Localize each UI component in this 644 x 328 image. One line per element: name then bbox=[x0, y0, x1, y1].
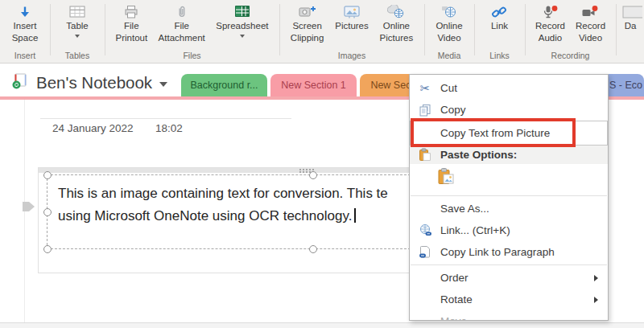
copy-link-icon bbox=[410, 245, 440, 259]
menu-item-copy-text-from-picture[interactable]: Copy Text from Picture bbox=[410, 121, 608, 146]
resize-handle-mid-left[interactable] bbox=[43, 208, 52, 216]
page-time: 18:02 bbox=[155, 122, 183, 134]
screen-clipping-icon bbox=[299, 3, 316, 20]
ribbon-separator bbox=[616, 4, 617, 55]
button-label: File bbox=[124, 21, 139, 32]
resize-handle-bottom-left[interactable] bbox=[43, 245, 52, 253]
button-label: Insert bbox=[14, 21, 37, 32]
pictures-icon bbox=[344, 3, 360, 20]
menu-item-link[interactable]: Link... (Ctrl+K) bbox=[410, 219, 608, 241]
ribbon-button-online-pictures[interactable]: Online Pictures bbox=[380, 3, 414, 43]
ribbon-group-label: Images bbox=[279, 51, 424, 60]
button-label: Da bbox=[625, 21, 637, 32]
ribbon-group-label: Insert bbox=[0, 51, 50, 60]
ribbon-button-pictures[interactable]: Pictures bbox=[335, 3, 369, 32]
ribbon-button-file-printout[interactable]: File Printout bbox=[115, 3, 147, 43]
ribbon: Insert Space Insert Table Tables File bbox=[0, 0, 644, 64]
copy-icon bbox=[410, 104, 440, 117]
menu-item-order[interactable]: Order bbox=[410, 267, 608, 289]
resize-handle-top-left[interactable] bbox=[43, 171, 52, 179]
context-menu: ✂ Cut Copy Copy Text from Picture Paste … bbox=[409, 74, 609, 321]
ribbon-button-link[interactable]: Link bbox=[491, 3, 508, 32]
menu-item-move: Move bbox=[410, 310, 608, 321]
menu-item-cut[interactable]: ✂ Cut bbox=[410, 77, 608, 99]
menu-item-label: Paste Options: bbox=[440, 149, 608, 161]
menu-header-paste-options: Paste Options: bbox=[410, 146, 608, 164]
chevron-down-icon bbox=[159, 82, 167, 87]
paste-options-row bbox=[410, 164, 608, 194]
page-title-rule bbox=[40, 118, 291, 119]
note-container-header bbox=[39, 168, 411, 173]
button-label: Space bbox=[12, 33, 39, 44]
ribbon-button-table[interactable]: Table bbox=[66, 3, 89, 38]
note-text-line: This is an image containing text for con… bbox=[58, 182, 388, 205]
menu-item-label: Move bbox=[440, 315, 608, 321]
submenu-arrow-icon bbox=[594, 297, 598, 303]
ribbon-button-partial[interactable]: Da bbox=[618, 3, 642, 32]
ribbon-separator bbox=[50, 4, 51, 55]
menu-item-copy[interactable]: Copy bbox=[410, 99, 608, 121]
note-textbox[interactable]: This is an image containing text for con… bbox=[58, 182, 388, 228]
online-video-icon bbox=[441, 3, 457, 20]
ribbon-group-partial: Da bbox=[617, 0, 644, 63]
notebook-icon bbox=[11, 72, 29, 93]
record-video-icon bbox=[581, 3, 599, 20]
paperclip-icon bbox=[175, 3, 189, 20]
section-tab-new-section-1[interactable]: New Section 1 bbox=[270, 74, 357, 96]
button-label: Record bbox=[535, 21, 565, 32]
link-icon bbox=[491, 3, 507, 20]
notebook-switcher[interactable]: Ben's Notebook bbox=[11, 71, 167, 95]
link-globe-icon bbox=[410, 223, 440, 237]
menu-item-save-as[interactable]: Save As... bbox=[410, 198, 608, 219]
button-label: Online bbox=[383, 21, 410, 32]
dropdown-caret-icon bbox=[75, 35, 80, 38]
resize-handle-top-mid[interactable] bbox=[309, 171, 317, 179]
menu-item-rotate[interactable]: Rotate bbox=[410, 289, 608, 310]
paste-picture-button[interactable] bbox=[437, 167, 455, 191]
window-bottom-edge bbox=[0, 322, 644, 328]
paste-icon bbox=[410, 148, 440, 162]
ribbon-button-record-video[interactable]: Record Video bbox=[576, 3, 605, 43]
text-cursor bbox=[354, 208, 356, 223]
menu-separator bbox=[411, 264, 607, 265]
button-label: Clipping bbox=[291, 33, 324, 44]
ribbon-button-screen-clipping[interactable]: Screen Clipping bbox=[291, 3, 324, 43]
ribbon-separator bbox=[525, 4, 526, 55]
ribbon-button-record-audio[interactable]: Record Audio bbox=[535, 3, 565, 43]
menu-item-copy-link-to-paragraph[interactable]: Copy Link to Paragraph bbox=[410, 241, 608, 263]
ribbon-separator bbox=[105, 4, 105, 55]
scissors-icon: ✂ bbox=[410, 81, 440, 96]
button-label: Video bbox=[579, 33, 602, 44]
button-label: File bbox=[174, 21, 189, 32]
ribbon-button-spreadsheet[interactable]: Spreadsheet bbox=[216, 3, 268, 38]
button-label: Video bbox=[437, 33, 460, 44]
ribbon-group-tables: Table Tables bbox=[50, 0, 105, 63]
ribbon-group-links: Link Links bbox=[474, 0, 525, 63]
paragraph-handle-icon[interactable] bbox=[22, 201, 35, 215]
ribbon-button-online-video[interactable]: Online Video bbox=[436, 3, 462, 43]
menu-item-label: Copy Text from Picture bbox=[440, 127, 608, 139]
ribbon-button-file-attachment[interactable]: File Attachment bbox=[159, 3, 205, 43]
ribbon-separator bbox=[279, 4, 280, 55]
note-text-line: using Microsoft OneNote using OCR techno… bbox=[58, 208, 352, 223]
ribbon-separator bbox=[474, 4, 475, 55]
insert-space-icon bbox=[18, 3, 32, 20]
ribbon-button-insert-space[interactable]: Insert Space bbox=[12, 3, 39, 43]
ribbon-group-label: Recording bbox=[525, 51, 616, 60]
note-container[interactable]: This is an image containing text for con… bbox=[38, 167, 411, 273]
online-pictures-icon bbox=[387, 3, 405, 20]
menu-item-label: Link... (Ctrl+K) bbox=[440, 224, 608, 236]
record-audio-icon bbox=[541, 3, 559, 20]
button-label: Printout bbox=[115, 33, 147, 44]
ribbon-group-recording: Record Audio Record Video Recording bbox=[525, 0, 616, 63]
ribbon-group-files: File Printout File Attachment Spreadshee… bbox=[105, 0, 279, 63]
button-label: Audio bbox=[539, 33, 562, 44]
partial-icon bbox=[618, 3, 642, 20]
table-icon bbox=[69, 3, 85, 20]
menu-separator bbox=[411, 195, 607, 196]
section-tab-background[interactable]: Background r... bbox=[181, 74, 267, 96]
ribbon-group-images: Screen Clipping Pictures Online Pictures… bbox=[279, 0, 424, 63]
page-date: 24 January 2022 bbox=[52, 122, 134, 134]
resize-handle-bottom-mid[interactable] bbox=[309, 245, 317, 253]
button-label: Pictures bbox=[335, 21, 369, 32]
